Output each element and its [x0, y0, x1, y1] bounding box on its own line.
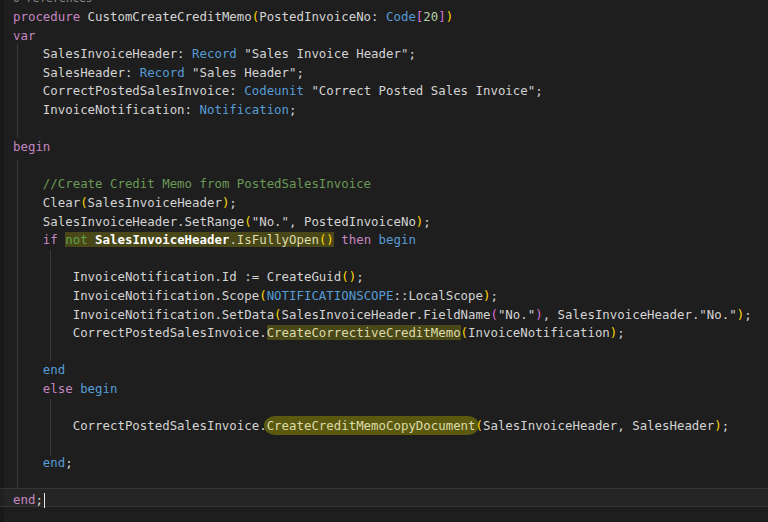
code-token: ;: [722, 418, 729, 433]
code-token: Codeunit: [244, 83, 304, 98]
code-line: end: [13, 361, 752, 380]
code-token: [13, 455, 43, 470]
code-token: ): [446, 9, 453, 24]
code-token: else: [43, 381, 73, 396]
code-token: begin: [80, 381, 117, 396]
code-token: end: [43, 455, 65, 470]
code-token: [13, 381, 43, 396]
code-token: CustomCreateCreditMemo: [80, 9, 252, 24]
code-line: SalesHeader: Record "Sales Header";: [13, 64, 752, 83]
code-line: InvoiceNotification.Id := CreateGuid();: [13, 268, 752, 287]
code-token: SalesInvoiceHeader:: [13, 46, 192, 61]
code-line: if not SalesInvoiceHeader.IsFullyOpen() …: [13, 231, 752, 250]
code-token: (: [274, 307, 281, 322]
code-token: "No.", PostedInvoiceNo: [252, 214, 416, 229]
code-token: Record: [192, 46, 237, 61]
code-token: "Sales Header";: [185, 65, 304, 80]
code-token: [13, 232, 43, 247]
code-line: procedure CustomCreateCreditMemo(PostedI…: [13, 8, 752, 27]
code-token: Record: [140, 65, 185, 80]
code-token: then: [341, 232, 371, 247]
code-token: (: [244, 214, 251, 229]
code-line: [13, 398, 752, 417]
code-line: SalesInvoiceHeader.SetRange("No.", Poste…: [13, 213, 752, 232]
code-token: (): [319, 232, 334, 247]
code-token: ): [535, 307, 542, 322]
code-token: PostedInvoiceNo:: [259, 9, 386, 24]
code-token: Notification: [200, 102, 290, 117]
code-token: ): [714, 418, 721, 433]
code-token: ;: [229, 195, 236, 210]
code-token: (: [476, 418, 483, 433]
code-token: not: [65, 232, 87, 247]
code-token: CorrectPostedSalesInvoice:: [13, 83, 244, 98]
code-token: NOTIFICATIONSCOPE: [267, 288, 394, 303]
code-token: CreateCorrectiveCreditMemo: [267, 325, 461, 340]
code-token: var: [13, 28, 35, 43]
code-token: [371, 232, 378, 247]
code-line: InvoiceNotification.SetData(SalesInvoice…: [13, 306, 752, 325]
code-token: InvoiceNotification.Id := CreateGuid: [13, 269, 341, 284]
code-token: if: [43, 232, 58, 247]
code-token: Clear: [13, 195, 80, 210]
code-token: begin: [13, 139, 50, 154]
code-token: [88, 232, 95, 247]
code-token: CreateCreditMemoCopyDocument: [264, 416, 479, 435]
code-line: begin: [13, 138, 752, 157]
code-token: ;: [423, 214, 430, 229]
code-token: (: [490, 307, 497, 322]
code-line: var: [13, 27, 752, 46]
code-token: ;: [289, 102, 296, 117]
code-token: SalesInvoiceHeader.SetRange: [13, 214, 244, 229]
code-line: InvoiceNotification.Scope(NOTIFICATIONSC…: [13, 287, 752, 306]
code-token: ;: [35, 492, 42, 507]
code-token: [13, 176, 43, 191]
code-token: SalesHeader:: [13, 65, 140, 80]
code-line: SalesInvoiceHeader: Record "Sales Invoic…: [13, 45, 752, 64]
code-token: ]: [438, 9, 445, 24]
code-token: SalesInvoiceHeader: [95, 232, 229, 247]
code-token: ;: [490, 288, 497, 303]
code-token: (: [259, 288, 266, 303]
codelens-references[interactable]: 0 references: [13, 0, 92, 5]
code-token: ;: [617, 325, 624, 340]
code-token: IsFullyOpen: [237, 232, 319, 247]
code-token: end: [13, 492, 35, 507]
code-token: procedure: [13, 9, 80, 24]
editor-left-edge: [0, 0, 4, 522]
code-token: ::LocalScope: [393, 288, 483, 303]
code-token: (: [80, 195, 87, 210]
code-token: InvoiceNotification.Scope: [13, 288, 259, 303]
code-line: [13, 473, 752, 492]
code-line: else begin: [13, 380, 752, 399]
code-token: CorrectPostedSalesInvoice.: [13, 418, 267, 433]
code-token: ;: [65, 455, 72, 470]
code-lines: procedure CustomCreateCreditMemo(PostedI…: [13, 8, 752, 510]
code-token: Code: [386, 9, 416, 24]
code-token: 20: [423, 9, 438, 24]
code-line: end;: [13, 491, 752, 510]
code-line: InvoiceNotification: Notification;: [13, 101, 752, 120]
code-token: [13, 362, 43, 377]
code-token: ;: [356, 269, 363, 284]
code-line: //Create Credit Memo from PostedSalesInv…: [13, 175, 752, 194]
code-token: ): [737, 307, 744, 322]
code-line: [13, 436, 752, 455]
text-cursor: [44, 493, 46, 508]
code-editor[interactable]: 0 references procedure CustomCreateCredi…: [0, 0, 768, 522]
code-token: InvoiceNotification.SetData: [13, 307, 274, 322]
code-line: end;: [13, 454, 752, 473]
code-line: CorrectPostedSalesInvoice: Codeunit "Cor…: [13, 82, 752, 101]
code-line: CorrectPostedSalesInvoice.CreateCorrecti…: [13, 324, 752, 343]
code-token: CorrectPostedSalesInvoice.: [13, 325, 267, 340]
code-line: Clear(SalesInvoiceHeader);: [13, 194, 752, 213]
code-token: //Create Credit Memo from PostedSalesInv…: [43, 176, 371, 191]
code-token: (: [461, 325, 468, 340]
code-token: SalesInvoiceHeader, SalesHeader: [483, 418, 714, 433]
code-token: begin: [379, 232, 416, 247]
code-token: "Correct Posted Sales Invoice";: [304, 83, 543, 98]
code-token: InvoiceNotification:: [13, 102, 200, 117]
code-token: .: [229, 232, 236, 247]
code-token: SalesInvoiceHeader.FieldName: [282, 307, 491, 322]
code-line: [13, 157, 752, 176]
